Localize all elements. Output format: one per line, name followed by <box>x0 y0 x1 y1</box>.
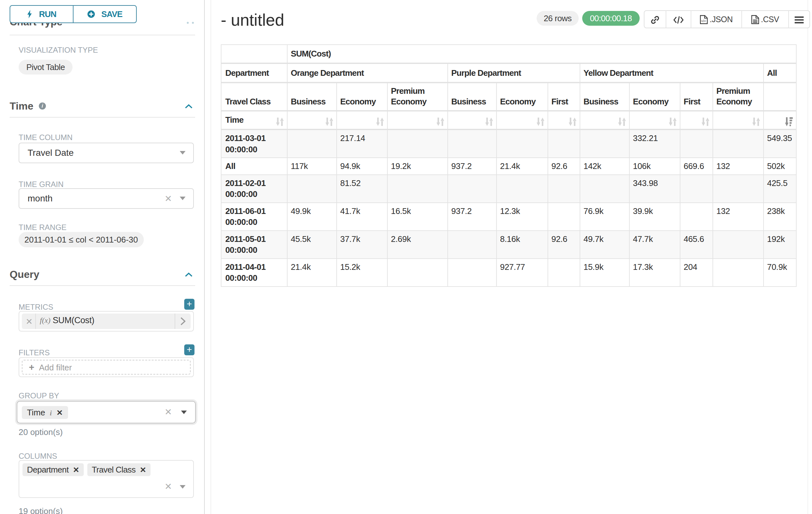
svg-text:</>: </> <box>701 19 706 23</box>
